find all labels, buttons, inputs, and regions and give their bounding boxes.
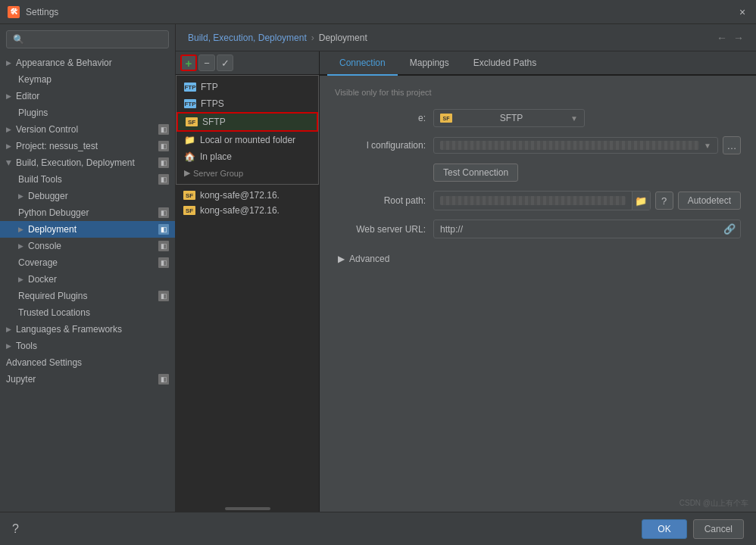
cancel-button[interactable]: Cancel [693, 519, 744, 539]
root-path-input-wrapper: 📁 [433, 191, 651, 210]
close-button[interactable]: × [736, 6, 748, 18]
sidebar-item-tools[interactable]: ▶ Tools [0, 338, 175, 354]
arrow-icon: ▶ [6, 59, 11, 67]
sidebar-item-required-plugins[interactable]: Required Plugins ◧ [0, 288, 175, 304]
list-item[interactable]: SF kong-safe@172.16. [176, 203, 319, 218]
ftp-icon: FTP [184, 83, 196, 92]
breadcrumb-parent[interactable]: Build, Execution, Deployment [188, 33, 307, 43]
app-icon: 🛠 [8, 6, 20, 18]
link-icon[interactable]: 🔗 [719, 220, 740, 238]
add-server-button[interactable]: + [180, 54, 197, 71]
indicator-icon: ◧ [158, 124, 169, 135]
confirm-button[interactable]: ✓ [217, 54, 233, 71]
server-type-label: FTP [201, 82, 218, 92]
server-group-arrow: ▶ [184, 168, 190, 178]
window-title: Settings [26, 7, 58, 17]
sidebar-item-trusted-locations[interactable]: Trusted Locations [0, 304, 175, 321]
server-type-ftps[interactable]: FTP FTPS [177, 95, 318, 112]
sidebar-item-label: Languages & Frameworks [16, 324, 122, 335]
type-dropdown[interactable]: SF SFTP ▼ [433, 109, 585, 127]
chevron-down-icon: ▼ [570, 114, 578, 123]
sidebar-item-build-tools[interactable]: Build Tools ◧ [0, 171, 175, 188]
tab-excluded-paths[interactable]: Excluded Paths [461, 51, 548, 76]
server-icon: SF [183, 206, 195, 215]
sidebar-item-label: Jupyter [6, 374, 36, 385]
arrow-icon: ▶ [18, 242, 23, 250]
sidebar-item-label: Appearance & Behavior [16, 58, 112, 68]
help-button[interactable]: ? [12, 522, 19, 536]
config-dropdown[interactable]: ▼ [433, 137, 718, 154]
sidebar-content: ▶ Appearance & Behavior Keymap ▶ Editor … [0, 54, 175, 512]
breadcrumb-actions: ← → [717, 32, 744, 44]
sidebar-item-label: Project: nessus_test [16, 141, 98, 151]
test-conn-control: Test Connection [433, 164, 741, 182]
server-type-ftp[interactable]: FTP FTP [177, 79, 318, 95]
ok-button[interactable]: OK [642, 519, 686, 539]
sidebar-item-plugins[interactable]: Plugins [0, 104, 175, 121]
sidebar-item-coverage[interactable]: Coverage ◧ [0, 254, 175, 271]
remove-server-button[interactable]: − [198, 54, 215, 71]
back-button[interactable]: ← [717, 32, 727, 44]
search-input[interactable] [27, 34, 162, 45]
visible-note: Visible only for this project [335, 88, 741, 97]
server-type-menu: FTP FTP FTP FTPS SF SFTP 📁 [176, 75, 319, 185]
server-type-inplace[interactable]: 🏠 In place [177, 148, 318, 165]
config-control: ▼ … [433, 136, 741, 154]
root-path-label: Root path: [335, 195, 426, 206]
type-label: e: [335, 113, 426, 123]
sidebar-item-version-control[interactable]: ▶ Version Control ◧ [0, 121, 175, 138]
sidebar-item-languages[interactable]: ▶ Languages & Frameworks [0, 321, 175, 338]
sidebar-item-label: Version Control [16, 124, 78, 135]
type-control: SF SFTP ▼ [433, 109, 741, 127]
sidebar-item-keymap[interactable]: Keymap [0, 71, 175, 88]
server-type-label: FTPS [201, 98, 224, 109]
advanced-row[interactable]: ▶ Advanced [338, 248, 741, 270]
sidebar-item-build-exec[interactable]: ▶ Build, Execution, Deployment ◧ [0, 154, 175, 171]
search-icon: 🔍 [13, 34, 24, 45]
tab-connection[interactable]: Connection [327, 51, 398, 76]
arrow-icon: ▶ [18, 192, 23, 200]
sidebar-item-label: Build, Execution, Deployment [16, 157, 135, 168]
root-path-row: Root path: 📁 ? Autodetect [335, 191, 741, 210]
server-type-sftp[interactable]: SF SFTP [177, 112, 318, 132]
server-type-local[interactable]: 📁 Local or mounted folder [177, 132, 318, 148]
sidebar-item-editor[interactable]: ▶ Editor [0, 88, 175, 104]
chevron-down-icon: ▼ [704, 142, 711, 150]
folder-browse-button[interactable]: 📁 [632, 192, 650, 210]
help-button[interactable]: ? [655, 192, 673, 210]
sidebar-item-docker[interactable]: ▶ Docker [0, 271, 175, 288]
right-panel: Connection Mappings Excluded Paths Visib… [320, 51, 756, 512]
sidebar-item-debugger[interactable]: ▶ Debugger [0, 188, 175, 204]
web-url-input[interactable] [434, 221, 719, 238]
arrow-icon: ▶ [6, 126, 11, 133]
server-icon: SF [183, 191, 195, 200]
tab-mappings[interactable]: Mappings [398, 51, 461, 76]
web-url-control: 🔗 [433, 220, 741, 238]
sidebar-item-appearance[interactable]: ▶ Appearance & Behavior [0, 54, 175, 71]
test-conn-row: Test Connection [335, 164, 741, 182]
sidebar-item-jupyter[interactable]: Jupyter ◧ [0, 371, 175, 388]
autodetect-button[interactable]: Autodetect [678, 192, 741, 210]
advanced-arrow-icon: ▶ [338, 254, 345, 264]
search-box[interactable]: 🔍 [6, 30, 169, 48]
sidebar-item-label: Coverage [18, 257, 58, 268]
scrollbar[interactable] [176, 506, 319, 512]
config-more-button[interactable]: … [723, 136, 741, 154]
sidebar-item-project[interactable]: ▶ Project: nessus_test ◧ [0, 138, 175, 154]
test-connection-button[interactable]: Test Connection [433, 164, 518, 182]
sidebar-item-label: Debugger [28, 191, 68, 201]
forward-button[interactable]: → [733, 32, 744, 44]
bottom-bar: ? OK Cancel [0, 512, 756, 545]
sidebar-item-console[interactable]: ▶ Console ◧ [0, 238, 175, 254]
sidebar-item-advanced[interactable]: Advanced Settings [0, 354, 175, 371]
title-bar: 🛠 Settings × [0, 0, 756, 24]
breadcrumb-separator: › [311, 33, 314, 43]
sidebar-item-python-debugger[interactable]: Python Debugger ◧ [0, 204, 175, 221]
local-icon: 📁 [184, 135, 195, 145]
sidebar-item-deployment[interactable]: ▶ Deployment ◧ [0, 221, 175, 238]
server-type-dropdown: FTP FTP FTP FTPS SF SFTP 📁 [176, 75, 319, 506]
web-url-row: Web server URL: 🔗 [335, 220, 741, 238]
web-url-label: Web server URL: [335, 224, 426, 235]
type-value: SFTP [500, 113, 523, 123]
list-item[interactable]: SF kong-safe@172.16. [176, 188, 319, 203]
